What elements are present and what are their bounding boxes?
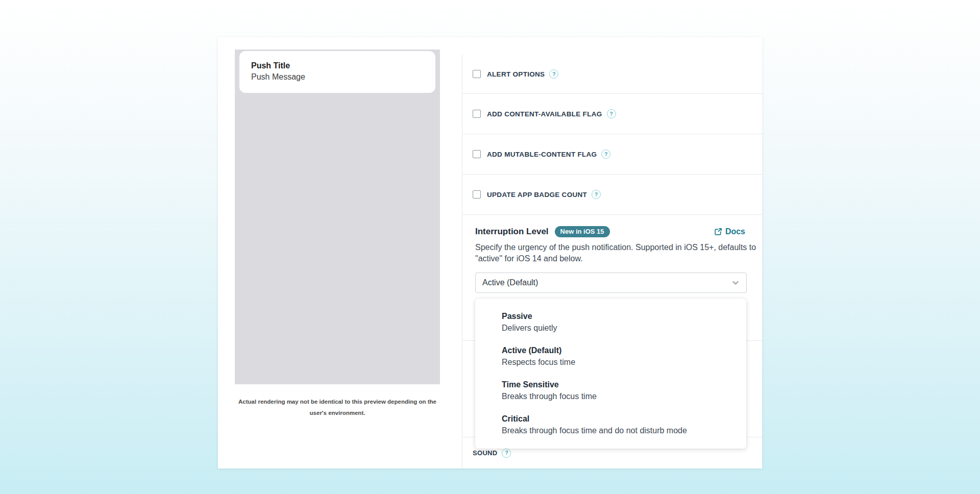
docs-link-label: Docs: [725, 227, 745, 236]
push-composer-card: Push Title Push Message Actual rendering…: [218, 37, 762, 468]
option-row-content-available: ADD CONTENT-AVAILABLE FLAG: [462, 94, 762, 134]
option-row-badge-count: UPDATE APP BADGE COUNT: [462, 175, 762, 215]
page-background: Push Title Push Message Actual rendering…: [0, 0, 980, 494]
push-notification-preview: Push Title Push Message: [239, 51, 435, 93]
menu-option-critical[interactable]: Critical Breaks through focus time and d…: [475, 408, 746, 442]
docs-link[interactable]: Docs: [714, 227, 745, 236]
help-icon[interactable]: [592, 190, 601, 199]
badge-count-checkbox[interactable]: [473, 190, 481, 199]
alert-options-checkbox[interactable]: [473, 70, 481, 78]
menu-option-title: Critical: [502, 413, 734, 425]
mutable-content-checkbox[interactable]: [473, 150, 481, 158]
menu-option-time-sensitive[interactable]: Time Sensitive Breaks through focus time: [475, 374, 746, 408]
chevron-down-icon: [731, 279, 740, 287]
option-row-alert-options: ALERT OPTIONS: [462, 55, 762, 94]
option-row-mutable-content: ADD MUTABLE-CONTENT FLAG: [462, 134, 762, 175]
push-preview-panel: Push Title Push Message: [235, 50, 440, 384]
alert-options-label: ALERT OPTIONS: [487, 70, 545, 78]
content-available-label: ADD CONTENT-AVAILABLE FLAG: [487, 110, 602, 118]
menu-option-subtitle: Delivers quietly: [502, 322, 734, 334]
interruption-level-title: Interruption Level: [475, 227, 549, 237]
menu-option-title: Active (Default): [502, 345, 734, 356]
preview-disclaimer: Actual rendering may not be identical to…: [235, 396, 440, 418]
menu-option-title: Passive: [502, 311, 734, 322]
interruption-level-select[interactable]: Active (Default): [475, 273, 747, 293]
push-title-text: Push Title: [251, 60, 435, 71]
help-icon[interactable]: [549, 69, 558, 79]
external-edit-icon: [714, 228, 722, 236]
menu-option-passive[interactable]: Passive Delivers quietly: [475, 305, 746, 339]
help-icon[interactable]: [601, 150, 610, 159]
selected-interruption-level: Active (Default): [482, 278, 538, 287]
menu-option-subtitle: Breaks through focus time and do not dis…: [502, 425, 734, 436]
menu-option-title: Time Sensitive: [502, 379, 734, 390]
badge-count-label: UPDATE APP BADGE COUNT: [487, 191, 587, 199]
interruption-level-menu: Passive Delivers quietly Active (Default…: [475, 299, 746, 449]
mutable-content-label: ADD MUTABLE-CONTENT FLAG: [487, 151, 597, 158]
menu-option-subtitle: Breaks through focus time: [502, 390, 734, 402]
content-available-checkbox[interactable]: [473, 110, 481, 118]
push-message-text: Push Message: [251, 71, 435, 83]
sound-label: SOUND: [473, 449, 497, 457]
menu-option-subtitle: Respects focus time: [502, 356, 734, 368]
new-in-ios15-badge: New in iOS 15: [555, 226, 610, 237]
interruption-level-description: Specify the urgency of the push notifica…: [475, 242, 761, 264]
menu-option-active-default[interactable]: Active (Default) Respects focus time: [475, 339, 746, 374]
help-icon[interactable]: [502, 449, 511, 458]
help-icon[interactable]: [607, 109, 616, 118]
